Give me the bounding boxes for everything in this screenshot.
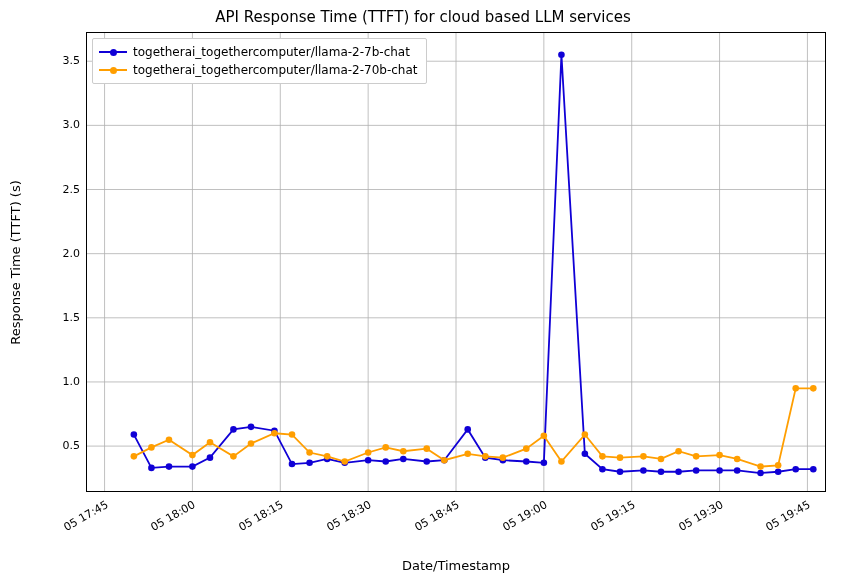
x-tick-label: 05 18:30 [315,498,373,539]
series-marker [810,385,817,392]
series-marker [775,462,782,469]
series-marker [289,431,296,438]
series-marker [523,445,530,452]
series-marker [148,444,155,451]
legend-item: togetherai_togethercomputer/llama-2-7b-c… [99,43,418,61]
series-marker [775,468,782,475]
series-marker [365,457,372,464]
series-marker [792,385,799,392]
series-marker [248,440,255,447]
series-marker [341,458,348,465]
series-marker [382,458,389,465]
y-axis-label: Response Time (TTFT) (s) [6,32,24,492]
x-tick-label: 05 18:15 [227,498,285,539]
legend-item: togetherai_togethercomputer/llama-2-70b-… [99,61,418,79]
legend-label: togetherai_togethercomputer/llama-2-70b-… [133,63,418,77]
series-marker [131,453,138,460]
series-group [131,52,817,477]
series-marker [441,457,448,464]
series-marker [734,467,741,474]
x-tick-label: 05 19:15 [579,498,637,539]
series-marker [658,468,665,475]
x-tick-label: 05 19:00 [491,498,549,539]
series-marker [558,458,565,465]
series-marker [541,459,548,466]
series-marker [166,463,173,470]
y-tick-label: 1.5 [30,310,80,323]
series-marker [810,466,817,473]
x-tick-label: 05 18:00 [139,498,197,539]
series-line-0 [134,55,813,473]
y-tick-label: 2.5 [30,182,80,195]
series-marker [207,454,214,461]
y-tick-label: 0.5 [30,439,80,452]
series-marker [306,459,313,466]
series-marker [640,467,647,474]
y-tick-label: 1.0 [30,374,80,387]
gridlines [87,33,825,491]
series-marker [693,467,700,474]
series-marker [464,451,471,458]
series-marker [757,470,764,477]
legend: togetherai_togethercomputer/llama-2-7b-c… [92,38,427,84]
series-marker [324,453,331,460]
legend-swatch [99,64,127,76]
series-marker [464,426,471,433]
y-tick-label: 3.5 [30,54,80,67]
series-marker [617,468,624,475]
chart-figure: API Response Time (TTFT) for cloud based… [0,0,846,585]
series-marker [523,458,530,465]
series-marker [582,451,589,458]
series-marker [423,445,430,452]
series-marker [792,466,799,473]
x-tick-label: 05 17:45 [52,498,110,539]
series-marker [599,466,606,473]
chart-title: API Response Time (TTFT) for cloud based… [0,8,846,26]
series-marker [675,468,682,475]
series-marker [400,456,407,463]
series-marker [675,448,682,455]
series-marker [716,452,723,459]
series-marker [423,458,430,465]
series-marker [734,456,741,463]
series-marker [617,454,624,461]
series-marker [131,431,138,438]
series-marker [306,449,313,456]
y-tick-label: 3.0 [30,118,80,131]
x-tick-label: 05 19:30 [667,498,725,539]
series-marker [716,467,723,474]
series-marker [599,453,606,460]
series-marker [189,452,196,459]
series-marker [582,431,589,438]
series-marker [693,453,700,460]
series-marker [757,463,764,470]
series-marker [166,436,173,443]
legend-label: togetherai_togethercomputer/llama-2-7b-c… [133,45,410,59]
series-marker [230,453,237,460]
series-marker [248,424,255,431]
plot-svg [87,33,825,491]
x-tick-label: 05 19:45 [754,498,812,539]
series-marker [148,465,155,472]
x-axis-label: Date/Timestamp [86,558,826,573]
series-marker [230,426,237,433]
series-marker [289,461,296,468]
series-marker [658,456,665,463]
series-marker [640,453,647,460]
series-marker [189,463,196,470]
series-marker [271,430,278,437]
series-marker [482,453,489,460]
series-marker [541,433,548,440]
series-marker [365,449,372,456]
series-marker [382,444,389,451]
plot-area [86,32,826,492]
x-tick-label: 05 18:45 [403,498,461,539]
legend-swatch [99,46,127,58]
series-marker [500,454,507,461]
series-marker [207,439,214,446]
series-marker [400,448,407,455]
y-tick-label: 2.0 [30,246,80,259]
series-marker [558,52,565,59]
